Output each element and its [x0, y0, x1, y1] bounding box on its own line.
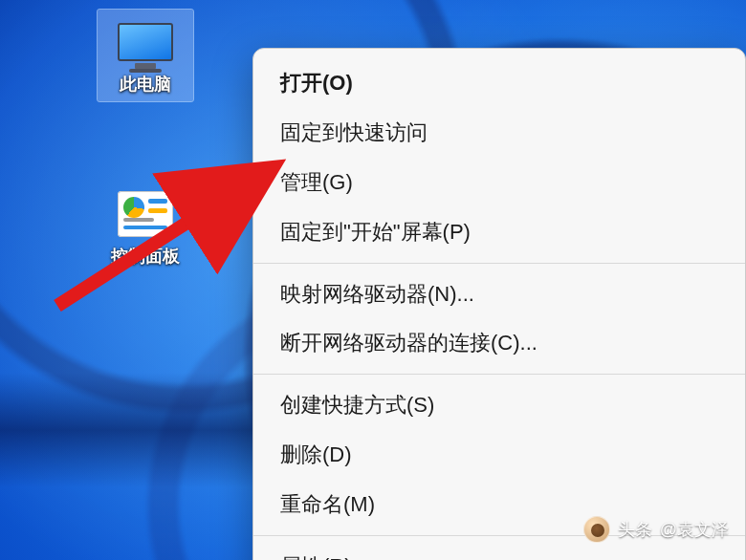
watermark: 头条 @袁文泽 [583, 516, 729, 543]
desktop-icon-control-panel[interactable]: 控制面板 [98, 182, 193, 273]
menu-item-delete[interactable]: 删除(D) [253, 430, 745, 480]
control-panel-icon [115, 187, 176, 241]
menu-item-manage[interactable]: 管理(G) [253, 158, 745, 207]
menu-item-pin-start[interactable]: 固定到"开始"屏幕(P) [253, 207, 745, 257]
menu-item-open[interactable]: 打开(O) [253, 58, 745, 108]
menu-separator [253, 374, 745, 375]
desktop-icon-label: 控制面板 [98, 245, 193, 273]
menu-item-create-shortcut[interactable]: 创建快捷方式(S) [253, 380, 745, 430]
desktop-icon-label: 此电脑 [98, 73, 193, 101]
watermark-author: @袁文泽 [660, 518, 729, 541]
menu-item-pin-quick-access[interactable]: 固定到快速访问 [253, 108, 745, 158]
desktop-icon-this-pc[interactable]: 此电脑 [98, 10, 193, 101]
monitor-icon [115, 15, 176, 69]
context-menu: 打开(O) 固定到快速访问 管理(G) 固定到"开始"屏幕(P) 映射网络驱动器… [252, 48, 746, 560]
menu-separator [253, 263, 745, 264]
menu-item-properties[interactable]: 属性(R) [253, 542, 745, 560]
watermark-prefix: 头条 [618, 518, 652, 541]
avatar-icon [583, 516, 610, 543]
desktop[interactable]: 此电脑 控制面板 打开(O) 固定到快速访问 管理(G) 固定到"开始"屏幕(P… [0, 0, 746, 560]
menu-item-disconnect-drive[interactable]: 断开网络驱动器的连接(C)... [253, 318, 745, 368]
menu-item-map-drive[interactable]: 映射网络驱动器(N)... [253, 269, 745, 319]
